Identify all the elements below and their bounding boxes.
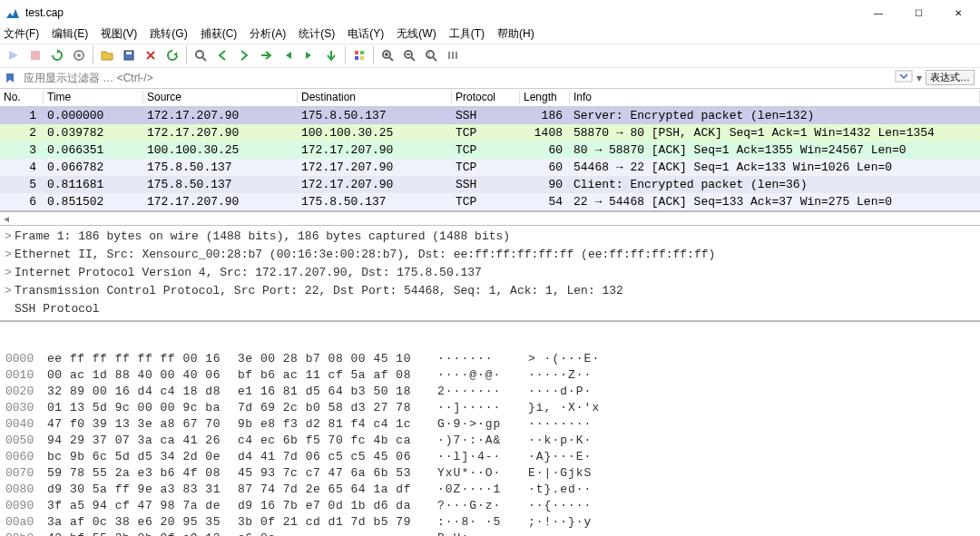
hex-offset: 0030	[5, 401, 47, 414]
hex-ascii: ··{·····	[528, 499, 592, 512]
packet-row[interactable]: 20.039782172.17.207.90100.100.30.25TCP14…	[0, 124, 980, 141]
packet-bytes-pane[interactable]: 0000ee ff ff ff ff ff 00 163e 00 28 b7 0…	[0, 322, 980, 536]
hex-offset: 0040	[5, 417, 47, 431]
reload-file-icon[interactable]	[162, 45, 182, 65]
go-last-icon[interactable]	[299, 45, 319, 65]
col-header-length[interactable]: Length	[520, 91, 570, 103]
close-file-icon[interactable]	[141, 45, 161, 65]
menu-stats[interactable]: 统计(S)	[299, 26, 335, 42]
cell-source: 172.17.207.90	[143, 109, 298, 122]
hex-ascii: > ·(···E·	[528, 352, 600, 365]
packet-row[interactable]: 60.851502172.17.207.90175.8.50.137TCP542…	[0, 193, 980, 210]
hex-bytes: 45 93 7c c7 47 6a 6b 53	[238, 466, 428, 480]
toolbar-separator	[186, 46, 187, 64]
hex-row[interactable]: 0000ee ff ff ff ff ff 00 163e 00 28 b7 0…	[5, 351, 975, 367]
cell-info: Server: Encrypted packet (len=132)	[570, 109, 980, 122]
hex-bytes: ee ff ff ff ff ff 00 16	[47, 352, 238, 365]
menu-analyze[interactable]: 分析(A)	[250, 26, 286, 42]
window-titlebar: test.cap — ☐ ✕	[0, 0, 980, 25]
minimize-button[interactable]: —	[858, 0, 898, 25]
filter-expression-button[interactable]: 表达式…	[926, 70, 975, 85]
cell-no: 4	[0, 161, 44, 174]
col-header-time[interactable]: Time	[44, 91, 143, 103]
detail-line[interactable]: >Frame 1: 186 bytes on wire (1488 bits),…	[2, 228, 980, 246]
hex-row[interactable]: 004047 f0 39 13 3e a8 67 709b e8 f3 d2 8…	[5, 416, 975, 433]
start-capture-icon[interactable]	[4, 45, 24, 65]
close-button[interactable]: ✕	[938, 0, 978, 25]
cell-source: 100.100.30.25	[143, 143, 298, 157]
col-header-source[interactable]: Source	[143, 91, 298, 103]
cell-protocol: SSH	[452, 178, 520, 191]
resize-columns-icon[interactable]	[443, 45, 463, 65]
zoom-out-icon[interactable]	[399, 45, 419, 65]
menu-go[interactable]: 跳转(G)	[150, 26, 187, 42]
auto-scroll-icon[interactable]	[321, 45, 341, 65]
cell-protocol: TCP	[452, 143, 520, 157]
expand-arrow-icon[interactable]: >	[2, 284, 15, 297]
hex-row[interactable]: 00903f a5 94 cf 47 98 7a ded9 16 7b e7 0…	[5, 498, 975, 514]
hex-row[interactable]: 007059 78 55 2a e3 b6 4f 0845 93 7c c7 4…	[5, 465, 975, 482]
scrollbar-left-arrow-icon[interactable]: ◂	[0, 212, 13, 225]
colorize-icon[interactable]	[349, 45, 369, 65]
packet-list-pane[interactable]: No. Time Source Destination Protocol Len…	[0, 89, 980, 212]
maximize-button[interactable]: ☐	[898, 0, 938, 25]
filter-dropdown-arrow-icon[interactable]: ▾	[916, 72, 922, 84]
hex-ascii: ····@·@·	[437, 368, 528, 382]
hex-row[interactable]: 001000 ac 1d 88 40 00 40 06bf b6 ac 11 c…	[5, 367, 975, 384]
menu-help[interactable]: 帮助(H)	[497, 26, 534, 42]
open-file-icon[interactable]	[97, 45, 117, 65]
col-header-no[interactable]: No.	[0, 91, 44, 103]
stop-capture-icon[interactable]	[25, 45, 45, 65]
col-header-destination[interactable]: Destination	[298, 91, 452, 103]
menu-view[interactable]: 视图(V)	[101, 26, 137, 42]
find-packet-icon[interactable]	[191, 45, 211, 65]
menu-tools[interactable]: 工具(T)	[449, 26, 485, 42]
go-forward-icon[interactable]	[234, 45, 254, 65]
detail-line[interactable]: >Transmission Control Protocol, Src Port…	[2, 282, 980, 300]
display-filter-input[interactable]	[20, 68, 895, 88]
packet-row[interactable]: 30.066351100.100.30.25172.17.207.90TCP60…	[0, 141, 980, 159]
hex-offset: 0060	[5, 450, 47, 463]
hex-row[interactable]: 0060bc 9b 6c 5d d5 34 2d 0ed4 41 7d 06 c…	[5, 449, 975, 465]
go-back-icon[interactable]	[212, 45, 232, 65]
hex-ascii: 2·······	[437, 385, 528, 398]
hex-row[interactable]: 002032 89 00 16 d4 c4 18 d8e1 16 81 d5 6…	[5, 384, 975, 400]
go-first-icon[interactable]	[278, 45, 298, 65]
zoom-reset-icon[interactable]: 1	[421, 45, 441, 65]
menu-wireless[interactable]: 无线(W)	[397, 26, 436, 42]
menu-capture[interactable]: 捕获(C)	[201, 26, 238, 42]
filter-dropdown-icon[interactable]	[895, 70, 913, 85]
detail-line[interactable]: >Ethernet II, Src: Xensourc_00:28:b7 (00…	[2, 246, 980, 264]
hex-row[interactable]: 005094 29 37 07 3a ca 41 26c4 ec 6b f5 7…	[5, 433, 975, 449]
capture-options-icon[interactable]	[69, 45, 89, 65]
expand-arrow-icon[interactable]: >	[2, 229, 15, 243]
col-header-info[interactable]: Info	[570, 91, 980, 103]
menu-telephony[interactable]: 电话(Y)	[348, 26, 384, 42]
hex-row[interactable]: 00b042 bf 55 3b 0b 9f a9 12c6 8cB·U;····…	[5, 531, 975, 536]
hex-row[interactable]: 0080d9 30 5a ff 9e a3 83 3187 74 7d 2e 6…	[5, 482, 975, 498]
detail-line[interactable]: >Internet Protocol Version 4, Src: 172.1…	[2, 264, 980, 282]
col-header-protocol[interactable]: Protocol	[452, 91, 520, 103]
packet-row[interactable]: 50.811681175.8.50.137172.17.207.90SSH90C…	[0, 176, 980, 193]
save-file-icon[interactable]	[119, 45, 139, 65]
expand-arrow-icon[interactable]: >	[2, 248, 15, 261]
cell-destination: 172.17.207.90	[298, 143, 452, 157]
packet-row[interactable]: 40.066782175.8.50.137172.17.207.90TCP605…	[0, 159, 980, 176]
menu-file[interactable]: 文件(F)	[4, 26, 39, 42]
cell-time: 0.811681	[44, 178, 143, 191]
filter-bookmark-icon[interactable]	[0, 72, 20, 84]
wireshark-logo-icon	[5, 5, 20, 20]
hex-row[interactable]: 003001 13 5d 9c 00 00 9c ba7d 69 2c b0 5…	[5, 400, 975, 416]
zoom-in-icon[interactable]	[377, 45, 397, 65]
cell-protocol: TCP	[452, 195, 520, 209]
restart-capture-icon[interactable]	[47, 45, 67, 65]
go-to-packet-icon[interactable]	[256, 45, 276, 65]
hex-row[interactable]: 00a03a af 0c 38 e6 20 95 353b 0f 21 cd d…	[5, 514, 975, 531]
packet-details-pane[interactable]: >Frame 1: 186 bytes on wire (1488 bits),…	[0, 226, 980, 322]
svg-rect-4	[126, 52, 132, 54]
detail-line[interactable]: SSH Protocol	[2, 300, 980, 318]
packet-row[interactable]: 10.000000172.17.207.90175.8.50.137SSH186…	[0, 107, 980, 124]
menu-edit[interactable]: 编辑(E)	[52, 26, 88, 42]
hex-offset: 0010	[5, 368, 47, 382]
expand-arrow-icon[interactable]: >	[2, 266, 15, 279]
